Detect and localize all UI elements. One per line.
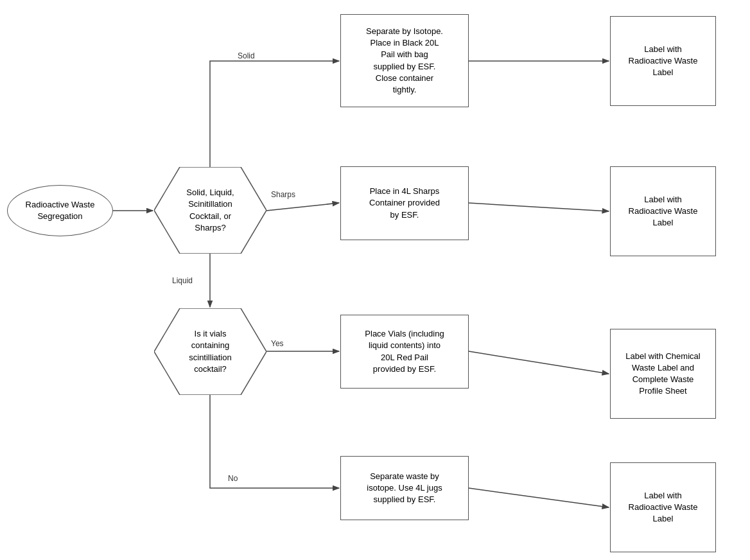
decision2-label: Is it vialscontainingscintilliationcockt… [179, 325, 241, 378]
svg-line-8 [469, 488, 609, 507]
action-sharps-label: Place in 4L SharpsContainer providedby E… [369, 186, 440, 221]
label-no-text: Label withRadioactive WasteLabel [629, 490, 698, 525]
label-no-box: Label withRadioactive WasteLabel [610, 462, 716, 552]
label-sharps-text: Label withRadioactive WasteLabel [629, 194, 698, 229]
label-sharps: Sharps [271, 190, 295, 199]
label-solid-text: Label withRadioactive WasteLabel [629, 44, 698, 79]
start-node: Radioactive Waste Segregation [7, 185, 113, 236]
action-no-label: Separate waste byisotope. Use 4L jugssup… [367, 471, 442, 506]
label-yes: Yes [271, 339, 284, 348]
label-liquid: Liquid [172, 276, 193, 285]
decision1-node: Solid, Liquid,ScinitillationCocktail, or… [154, 167, 266, 254]
start-label: Radioactive Waste Segregation [14, 199, 106, 222]
action-solid-label: Separate by Isotope.Place in Black 20LPa… [366, 26, 443, 96]
label-solid: Solid [238, 51, 255, 60]
svg-line-5 [469, 203, 609, 211]
action-yes: Place Vials (includingliquid contents) i… [340, 315, 469, 389]
svg-line-2 [266, 203, 339, 211]
label-sharps-box: Label withRadioactive WasteLabel [610, 166, 716, 256]
label-no: No [228, 474, 238, 483]
label-yes-text: Label with ChemicalWaste Label andComple… [625, 351, 700, 398]
action-sharps: Place in 4L SharpsContainer providedby E… [340, 166, 469, 240]
action-no: Separate waste byisotope. Use 4L jugssup… [340, 456, 469, 520]
decision1-label: Solid, Liquid,ScinitillationCocktail, or… [177, 184, 243, 237]
decision2-node: Is it vialscontainingscintilliationcockt… [154, 308, 266, 395]
label-yes-box: Label with ChemicalWaste Label andComple… [610, 329, 716, 419]
action-solid: Separate by Isotope.Place in Black 20LPa… [340, 14, 469, 107]
label-solid-box: Label withRadioactive WasteLabel [610, 16, 716, 106]
flowchart: Solid Sharps Liquid Yes No Radioactive W… [0, 0, 750, 560]
svg-line-7 [469, 351, 609, 374]
action-yes-label: Place Vials (includingliquid contents) i… [365, 328, 444, 375]
